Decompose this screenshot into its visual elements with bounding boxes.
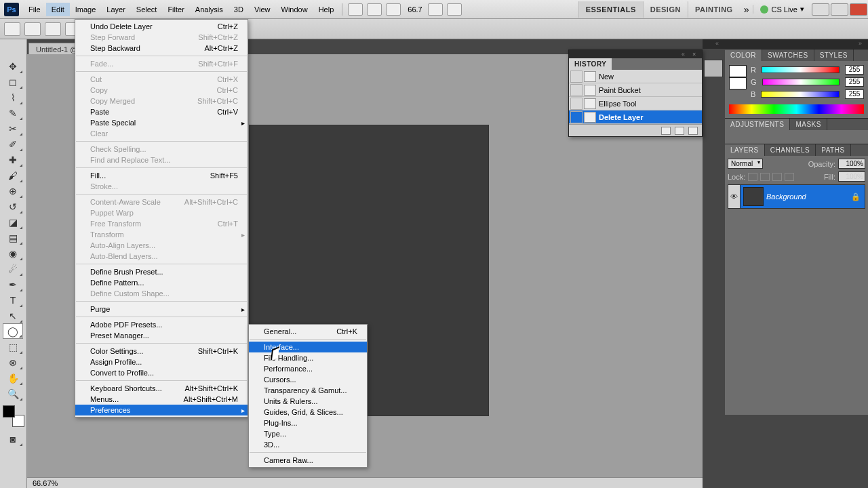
panel-close-icon[interactable]: × bbox=[692, 52, 699, 57]
shape-tool-icon[interactable]: ◯ bbox=[3, 323, 23, 339]
selection-add-icon[interactable] bbox=[45, 22, 61, 36]
brush-tool-icon[interactable]: 🖌 bbox=[3, 167, 23, 183]
quickmask-icon[interactable]: ◙ bbox=[3, 431, 23, 447]
tab-styles[interactable]: STYLES bbox=[814, 49, 854, 61]
eyedropper-tool-icon[interactable]: ✐ bbox=[3, 136, 23, 152]
menu-item[interactable]: Preferences bbox=[75, 405, 248, 415]
selection-new-icon[interactable] bbox=[24, 22, 41, 36]
menu-item[interactable]: Define Brush Preset... bbox=[75, 266, 248, 277]
stamp-tool-icon[interactable]: ⊕ bbox=[3, 183, 23, 199]
menu-item[interactable]: Step BackwardAlt+Ctrl+Z bbox=[75, 43, 248, 54]
zoom-tool-icon[interactable]: 🔍 bbox=[3, 386, 23, 401]
history-new-icon[interactable] bbox=[675, 127, 684, 135]
history-snapshot-icon[interactable] bbox=[661, 127, 671, 135]
pen-tool-icon[interactable]: ✒ bbox=[3, 277, 23, 292]
lock-pixels-icon[interactable] bbox=[760, 173, 770, 181]
move-tool-icon[interactable]: ✥ bbox=[3, 58, 23, 74]
foreground-background-swatch[interactable] bbox=[3, 405, 24, 427]
dock-collapse-icon[interactable]: « bbox=[715, 40, 722, 47]
status-zoom[interactable]: 66.67% bbox=[33, 479, 58, 487]
dock-collapse-icon[interactable]: » bbox=[859, 40, 865, 47]
menu-item[interactable]: Type... bbox=[249, 428, 367, 439]
menu-item[interactable]: Adobe PDF Presets... bbox=[75, 319, 248, 330]
workspace-painting[interactable]: PAINTING bbox=[688, 1, 740, 18]
launch-bridge-icon[interactable] bbox=[348, 3, 363, 16]
tab-history[interactable]: HISTORY bbox=[569, 58, 612, 70]
lock-pos-icon[interactable] bbox=[772, 173, 782, 181]
menu-item[interactable]: Interface... bbox=[249, 342, 367, 352]
menu-item[interactable]: PasteCtrl+V bbox=[75, 106, 248, 117]
menu-item[interactable]: Plug-Ins... bbox=[249, 418, 367, 428]
menubar-analysis[interactable]: Analysis bbox=[190, 3, 229, 16]
menu-item[interactable]: Assign Profile... bbox=[75, 357, 248, 367]
menu-item[interactable]: Purge bbox=[75, 304, 248, 314]
menu-item[interactable]: Transparency & Gamut... bbox=[249, 385, 367, 396]
tab-paths[interactable]: PATHS bbox=[816, 144, 850, 156]
menubar-3d[interactable]: 3D bbox=[229, 3, 249, 16]
extras-icon[interactable] bbox=[386, 3, 401, 16]
menu-item[interactable]: Undo Delete LayerCtrl+Z bbox=[75, 21, 248, 32]
menu-item[interactable]: File Handling... bbox=[249, 352, 367, 363]
marquee-tool-icon[interactable]: ◻ bbox=[3, 74, 23, 89]
g-value[interactable]: 255 bbox=[845, 77, 864, 87]
type-tool-icon[interactable]: T bbox=[3, 292, 23, 308]
menu-item[interactable]: Performance... bbox=[249, 363, 367, 374]
color-swatch[interactable] bbox=[729, 65, 747, 89]
history-item[interactable]: New bbox=[569, 70, 702, 83]
dodge-tool-icon[interactable]: ☄ bbox=[3, 261, 23, 277]
lock-trans-icon[interactable] bbox=[748, 173, 757, 181]
eraser-tool-icon[interactable]: ◪ bbox=[3, 214, 23, 230]
menu-item[interactable]: Cursors... bbox=[249, 374, 367, 385]
menu-item[interactable]: Camera Raw... bbox=[249, 455, 367, 466]
fill-input[interactable]: 100% bbox=[838, 171, 865, 182]
blend-mode-select[interactable]: Normal bbox=[728, 159, 763, 169]
menu-item[interactable]: Guides, Grid, & Slices... bbox=[249, 407, 367, 418]
r-slider[interactable] bbox=[762, 66, 840, 73]
3dcamera-tool-icon[interactable]: ⊗ bbox=[3, 354, 23, 370]
crop-tool-icon[interactable]: ✂ bbox=[3, 121, 23, 136]
tab-channels[interactable]: CHANNELS bbox=[765, 144, 816, 156]
menubar-view[interactable]: View bbox=[249, 3, 276, 16]
window-minimize-button[interactable] bbox=[812, 3, 829, 16]
history-brush-tool-icon[interactable]: ↺ bbox=[3, 199, 23, 214]
zoom-readout[interactable]: 66.7 bbox=[408, 5, 422, 14]
history-delete-icon[interactable] bbox=[688, 127, 698, 135]
workspace-essentials[interactable]: ESSENTIALS bbox=[578, 1, 643, 18]
history-item[interactable]: Paint Bucket bbox=[569, 83, 702, 97]
menubar-layer[interactable]: Layer bbox=[101, 3, 131, 16]
tool-preset-icon[interactable] bbox=[4, 22, 20, 36]
lasso-tool-icon[interactable]: ⌇ bbox=[3, 89, 23, 105]
menu-item[interactable]: Keyboard Shortcuts...Alt+Shift+Ctrl+K bbox=[75, 383, 248, 394]
b-slider[interactable] bbox=[761, 91, 840, 98]
window-close-button[interactable] bbox=[850, 3, 867, 16]
path-tool-icon[interactable]: ↖ bbox=[3, 308, 23, 323]
menubar-edit[interactable]: Edit bbox=[46, 3, 70, 16]
cs-live-button[interactable]: CS Live ▾ bbox=[753, 5, 811, 14]
history-item[interactable]: Delete Layer bbox=[569, 110, 702, 124]
menubar-help[interactable]: Help bbox=[313, 3, 340, 16]
window-maximize-button[interactable] bbox=[831, 3, 848, 16]
menubar-filter[interactable]: Filter bbox=[162, 3, 189, 16]
spectrum-bar[interactable] bbox=[729, 104, 864, 114]
menubar-select[interactable]: Select bbox=[131, 3, 163, 16]
menu-item[interactable]: 3D... bbox=[249, 439, 367, 450]
hand-tool-icon[interactable]: ✋ bbox=[3, 370, 23, 386]
screenmode-icon[interactable] bbox=[447, 3, 462, 16]
menu-item[interactable]: Fill...Shift+F5 bbox=[75, 170, 248, 181]
menu-item[interactable]: General...Ctrl+K bbox=[249, 326, 367, 337]
menubar-window[interactable]: Window bbox=[276, 3, 313, 16]
arrange-icon[interactable] bbox=[428, 3, 443, 16]
history-item[interactable]: Ellipse Tool bbox=[569, 97, 702, 110]
healing-tool-icon[interactable]: ✚ bbox=[3, 152, 23, 167]
workspace-more-icon[interactable]: » bbox=[740, 4, 753, 15]
opacity-input[interactable]: 100% bbox=[838, 159, 865, 169]
g-slider[interactable] bbox=[762, 79, 840, 85]
menu-item[interactable]: Define Pattern... bbox=[75, 277, 248, 288]
tab-swatches[interactable]: SWATCHES bbox=[762, 49, 814, 61]
tab-layers[interactable]: LAYERS bbox=[725, 144, 765, 156]
menubar-file[interactable]: File bbox=[23, 3, 46, 16]
quickselect-tool-icon[interactable]: ✎ bbox=[3, 105, 23, 121]
lock-all-icon[interactable] bbox=[785, 173, 794, 181]
panel-collapse-icon[interactable]: « bbox=[682, 52, 688, 57]
tab-masks[interactable]: MASKS bbox=[790, 119, 827, 130]
